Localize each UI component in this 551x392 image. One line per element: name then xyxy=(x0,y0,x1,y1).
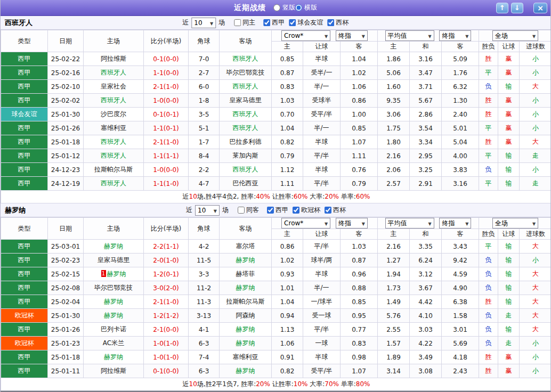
home-team: 阿拉维斯 xyxy=(84,52,144,66)
asia-handicap: 平/半 xyxy=(303,149,341,163)
fulltime-select[interactable]: 全场 xyxy=(492,30,538,41)
league-checkbox-西杯[interactable]: 西杯 xyxy=(327,18,349,27)
euro-draw-odds: 3.16 xyxy=(410,52,442,66)
match-score: 1-1(0-1) xyxy=(144,121,189,135)
col-header-score: 比分(半场) xyxy=(144,30,189,52)
result-handicap: 输 xyxy=(498,281,520,295)
asia-home-odds: 0.87 xyxy=(272,66,303,80)
asia-odds-header: Crow* 终指 xyxy=(272,218,378,229)
result-handicap: 赢 xyxy=(498,350,520,364)
layout-radio-vertical[interactable]: 竖版 xyxy=(273,3,295,12)
euro-away-odds: 4.59 xyxy=(442,267,479,281)
asia-final-select[interactable]: 终指 xyxy=(336,218,368,228)
euro-away-odds: 3.83 xyxy=(442,163,479,177)
fulltime-select[interactable]: 全场 xyxy=(492,218,538,228)
team-section-0: 西班牙人 近 10 场 同主 西甲球会友谊西杯 类型 日期 主场 xyxy=(1,16,550,203)
team-label: 西班牙人 xyxy=(233,110,258,118)
checkbox-input[interactable] xyxy=(325,207,331,214)
result-wdl: 胜 xyxy=(479,108,498,121)
checkbox-input[interactable] xyxy=(289,19,296,26)
match-score: 1-2(0-1) xyxy=(144,267,189,281)
subcol-result-wdl: 胜负 xyxy=(479,229,498,240)
checkbox-label: 西杯 xyxy=(333,206,346,215)
euro-home-odds: 2.16 xyxy=(378,149,410,163)
match-score: 1-0(0-0) xyxy=(144,163,189,177)
match-type: 西甲 xyxy=(1,350,48,364)
odds-provider-select[interactable]: Crow* xyxy=(281,30,330,41)
home-team: 1赫罗纳 xyxy=(84,267,144,281)
avg-odds-select[interactable]: 平均值 xyxy=(385,30,434,41)
games-label: 场 xyxy=(222,206,229,215)
layout-radio-horizontal[interactable]: 横版 xyxy=(295,3,317,12)
euro-home-odds: 5.06 xyxy=(378,66,410,80)
select-value: Crow* xyxy=(284,219,303,227)
euro-draw-odds: 3.08 xyxy=(410,364,442,378)
home-team: 皇家社会 xyxy=(84,80,144,94)
select-value: 终指 xyxy=(338,219,351,228)
euro-final-select[interactable]: 终指 xyxy=(439,30,471,41)
recent-count-select[interactable]: 10 xyxy=(191,18,216,28)
move-up-button[interactable]: ↑ xyxy=(496,3,508,13)
result-handicap: 输 xyxy=(498,163,520,177)
asia-away-odds: 0.96 xyxy=(341,267,378,281)
recent-count-select[interactable]: 10 xyxy=(195,205,220,216)
match-row: 西甲25-03-01赫罗纳2-2(1-1)4-2塞尔塔0.86平/半1.032.… xyxy=(1,240,551,254)
match-row: 西甲24-12-19西班牙人1-1(1-0)4-7巴伦西亚1.11平/半0.79… xyxy=(1,177,551,191)
match-type: 西甲 xyxy=(1,364,48,378)
section-header: 西班牙人 近 10 场 同主 西甲球会友谊西杯 xyxy=(1,16,550,30)
match-row: 西甲25-02-16西班牙人1-1(0-0)2-7毕尔巴鄂竞技0.87受半/一1… xyxy=(1,66,551,80)
checkbox-input[interactable] xyxy=(234,19,241,26)
asia-handicap: 球半/两 xyxy=(303,254,341,267)
checkbox-input[interactable] xyxy=(327,19,334,26)
match-row: 西甲25-02-10皇家社会2-1(1-0)6-0西班牙人0.83半/一1.06… xyxy=(1,80,551,94)
home-team: 赫罗纳 xyxy=(84,309,144,323)
league-checkbox-欧冠杯[interactable]: 欧冠杯 xyxy=(293,206,320,215)
summary-segment: 10 xyxy=(189,193,197,200)
select-value: Crow* xyxy=(284,32,303,39)
filter-bar: 近 10 场 同客 西甲欧冠杯西杯 xyxy=(186,203,346,217)
asia-away-odds: 0.85 xyxy=(341,295,378,309)
move-down-button[interactable]: ↓ xyxy=(511,3,523,13)
summary-segment: 场,胜4平4负2, 胜率: xyxy=(197,193,256,200)
euro-final-select[interactable]: 终指 xyxy=(439,218,471,228)
same-venue-checkbox[interactable]: 同客 xyxy=(238,206,259,215)
league-checkbox-球会友谊[interactable]: 球会友谊 xyxy=(289,18,323,27)
asia-final-select[interactable]: 终指 xyxy=(336,30,368,41)
checkbox-input[interactable] xyxy=(267,207,274,214)
chevron-down-icon xyxy=(463,32,468,39)
match-date: 25-01-18 xyxy=(48,350,84,364)
avg-odds-select[interactable]: 平均值 xyxy=(385,218,434,228)
subcol-euro-draw: 和 xyxy=(410,229,442,240)
away-team: 赫罗纳 xyxy=(220,323,272,337)
asia-away-odds: 1.02 xyxy=(341,66,378,80)
summary-segment: 近 xyxy=(183,193,189,200)
checkbox-input[interactable] xyxy=(293,207,299,214)
euro-draw-odds: 5.67 xyxy=(410,94,442,108)
chevron-down-icon xyxy=(360,219,365,227)
euro-draw-odds: 3.47 xyxy=(410,66,442,80)
match-row: 西甲25-02-08毕尔巴鄂竞技3-0(2-0)11-2赫罗纳1.01半/一0.… xyxy=(1,281,551,295)
summary-text: 近10场,胜2平1负7, 胜率:20% 让胜率:10% 大率:70% 单率:80… xyxy=(1,378,551,391)
close-button[interactable]: × xyxy=(533,3,547,13)
league-checkbox-西甲[interactable]: 西甲 xyxy=(263,18,285,27)
euro-away-odds: 3.01 xyxy=(442,323,479,337)
league-checkbox-西杯[interactable]: 西杯 xyxy=(325,206,346,215)
checkbox-input[interactable] xyxy=(238,207,245,214)
asia-home-odds: 0.94 xyxy=(272,309,303,323)
same-venue-checkbox[interactable]: 同主 xyxy=(234,18,255,27)
asia-away-odds: 1.11 xyxy=(341,149,378,163)
league-checkbox-西甲[interactable]: 西甲 xyxy=(267,206,288,215)
radio-input[interactable] xyxy=(295,4,302,11)
asia-handicap: 半/一 xyxy=(303,121,341,135)
asia-away-odds: 1.04 xyxy=(341,52,378,66)
match-row: 球会友谊25-01-30沙巴度尔0-1(0-1)3-5西班牙人0.70受平/半1… xyxy=(1,108,551,121)
match-row: 西甲25-01-18西班牙人2-1(1-0)1-7巴拉多利德0.82半球1.07… xyxy=(1,135,551,149)
euro-home-odds: 1.94 xyxy=(378,267,410,281)
asia-handicap: 平/半 xyxy=(303,177,341,191)
radio-input[interactable] xyxy=(273,4,280,11)
checkbox-input[interactable] xyxy=(263,19,270,26)
result-goals: 小 xyxy=(520,364,551,378)
asia-handicap: 一球 xyxy=(303,337,341,350)
odds-provider-select[interactable]: Crow* xyxy=(281,218,330,228)
result-handicap: 走 xyxy=(498,309,520,323)
